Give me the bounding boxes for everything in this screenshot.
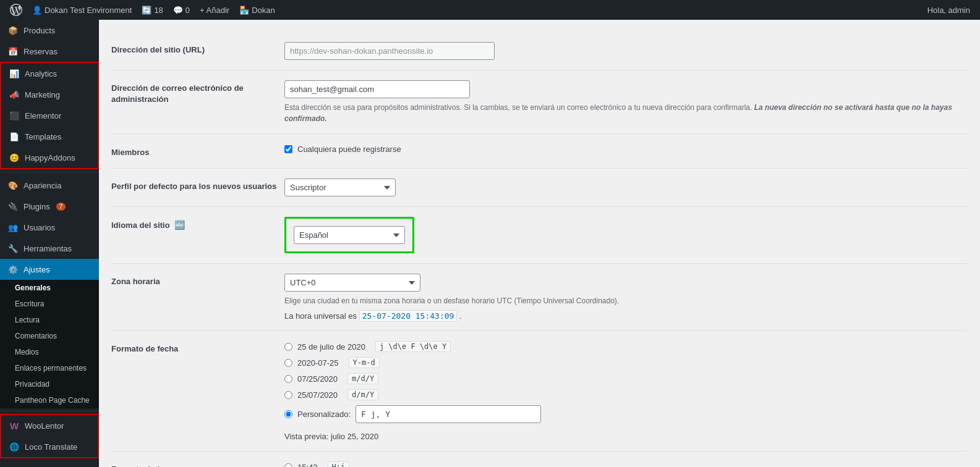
email-input[interactable] xyxy=(284,80,470,98)
updates-button[interactable]: 🔄 18 xyxy=(137,0,168,20)
hora-label: Formato de hora xyxy=(111,461,284,467)
perfil-select[interactable]: Suscriptor Colaborador Autor Editor Admi… xyxy=(284,179,396,196)
paint-icon: 🎨 xyxy=(7,180,19,191)
sidebar-item-elementor[interactable]: ⬛ Elementor xyxy=(1,105,98,126)
url-input[interactable] xyxy=(284,42,495,60)
sidebar-item-analytics[interactable]: 📊 Analytics xyxy=(1,63,98,84)
main-content: Dirección del sitio (URL) Dirección de c… xyxy=(99,20,980,467)
happy-icon: 😊 xyxy=(9,152,20,163)
submenu-comentarios[interactable]: Comentarios xyxy=(7,328,99,344)
hora-row: Formato de hora 15:43 H:i xyxy=(111,452,968,467)
url-label: Dirección del sitio (URL) xyxy=(111,42,284,56)
sidebar-item-ajustes[interactable]: ⚙️ Ajustes xyxy=(0,259,99,280)
sidebar-item-plugins[interactable]: 🔌 Plugins 7 xyxy=(0,196,99,217)
greeting[interactable]: Hola, admin xyxy=(922,0,975,20)
fecha-radio-group: 25 de julio de 2020 j \d\e F \d\e Y 2020… xyxy=(284,341,968,441)
zona-row: Zona horaria UTC+0 UTC+1 UTC+2 UTC-5 Eli… xyxy=(111,264,968,331)
sidebar-item-reservas[interactable]: 📅 Reservas xyxy=(0,41,99,62)
sidebar-item-apariencia[interactable]: 🎨 Apariencia xyxy=(0,175,99,196)
calendar-icon: 📅 xyxy=(7,46,19,57)
comments-icon: 💬 xyxy=(173,6,183,15)
dokan-icon: 🏪 xyxy=(239,6,249,15)
loco-icon: 🌐 xyxy=(9,441,20,452)
tools-icon: 🔧 xyxy=(7,243,19,254)
hora-code-1: H:i xyxy=(328,461,350,467)
plugin-icon: 🔌 xyxy=(7,201,19,212)
sidebar-item-woolentor[interactable]: W WooLentor xyxy=(1,415,98,436)
translation-icon: 🔤 xyxy=(174,220,185,230)
hora-radio-group: 15:43 H:i xyxy=(284,461,968,467)
user-icon: 👥 xyxy=(7,222,19,233)
wp-logo-button[interactable] xyxy=(5,0,27,20)
ajustes-submenu: Generales Escritura Lectura Comentarios … xyxy=(0,280,99,408)
sidebar-item-marketing[interactable]: 📣 Marketing xyxy=(1,84,98,105)
templates-icon: 📄 xyxy=(9,131,20,142)
email-row: Dirección de correo electrónico de admin… xyxy=(111,70,968,135)
submenu-lectura[interactable]: Lectura xyxy=(7,312,99,328)
sidebar-item-herramientas[interactable]: 🔧 Herramientas xyxy=(0,238,99,259)
email-control: Esta dirección se usa para propósitos ad… xyxy=(284,80,968,124)
zona-label: Zona horaria xyxy=(111,274,284,287)
submenu-generales[interactable]: Generales xyxy=(7,280,99,296)
updates-icon: 🔄 xyxy=(142,6,151,15)
email-label: Dirección de correo electrónico de admin… xyxy=(111,80,284,105)
url-control xyxy=(284,42,968,60)
submenu-escritura[interactable]: Escritura xyxy=(7,296,99,312)
idioma-select[interactable]: Español English Français Deutsch xyxy=(294,226,405,244)
sidebar: 📦 Products 📅 Reservas 📊 Analytics 📣 Mark… xyxy=(0,20,99,467)
fecha-code-4: d/m/Y xyxy=(347,389,378,400)
fecha-radio-3-input[interactable] xyxy=(284,375,292,383)
submenu-enlaces[interactable]: Enlaces permanentes xyxy=(7,360,99,376)
chart-icon: 📊 xyxy=(9,68,20,79)
perfil-control: Suscriptor Colaborador Autor Editor Admi… xyxy=(284,179,968,196)
zona-description: Elige una ciudad en tu misma zona horari… xyxy=(284,295,968,306)
fecha-radio-3: 07/25/2020 m/d/Y xyxy=(284,373,968,384)
fecha-radio-custom-input[interactable] xyxy=(284,410,292,418)
box-icon: 📦 xyxy=(7,25,19,36)
fecha-code-1: j \d\e F \d\e Y xyxy=(375,341,451,352)
sidebar-item-loco[interactable]: 🌐 Loco Translate xyxy=(1,436,98,457)
settings-form: Dirección del sitio (URL) Dirección de c… xyxy=(111,32,968,467)
fecha-radio-1-input[interactable] xyxy=(284,343,292,351)
perfil-label: Perfil por defecto para los nuevos usuar… xyxy=(111,179,284,192)
sidebar-item-templates[interactable]: 📄 Templates xyxy=(1,126,98,147)
zona-control: UTC+0 UTC+1 UTC+2 UTC-5 Elige una ciudad… xyxy=(284,274,968,321)
site-link-button[interactable]: 🏪 Dokan xyxy=(234,0,280,20)
idioma-row: Idioma del sitio 🔤 Español English Franç… xyxy=(111,207,968,264)
miembros-checkbox[interactable] xyxy=(284,145,292,153)
hora-radio-1: 15:43 H:i xyxy=(284,461,968,467)
zona-select[interactable]: UTC+0 UTC+1 UTC+2 UTC-5 xyxy=(284,274,420,292)
fecha-radio-2-input[interactable] xyxy=(284,359,292,367)
fecha-code-3: m/d/Y xyxy=(347,373,378,384)
add-new-button[interactable]: + Añadir xyxy=(195,0,234,20)
fecha-radio-1: 25 de julio de 2020 j \d\e F \d\e Y xyxy=(284,341,968,352)
sidebar-item-products[interactable]: 📦 Products xyxy=(0,20,99,41)
submenu-privacidad[interactable]: Privacidad xyxy=(7,376,99,392)
url-row: Dirección del sitio (URL) xyxy=(111,32,968,70)
fecha-radio-custom: Personalizado: xyxy=(284,405,968,423)
megaphone-icon: 📣 xyxy=(9,89,20,100)
submenu-medios[interactable]: Medios xyxy=(7,344,99,360)
idioma-label: Idioma del sitio 🔤 xyxy=(111,217,284,232)
sidebar-item-usuarios[interactable]: 👥 Usuarios xyxy=(0,217,99,238)
plugins-badge: 7 xyxy=(56,203,66,211)
universal-time-row: La hora universal es 25-07-2020 15:43:09… xyxy=(284,311,968,321)
admin-bar-right: Hola, admin xyxy=(922,0,975,20)
site-name-button[interactable]: 👤 Dokan Test Environment xyxy=(27,0,137,20)
elementor-icon: ⬛ xyxy=(9,110,20,121)
fecha-control: 25 de julio de 2020 j \d\e F \d\e Y 2020… xyxy=(284,341,968,441)
comments-button[interactable]: 💬 0 xyxy=(168,0,195,20)
miembros-label: Miembros xyxy=(111,145,284,158)
idioma-control: Español English Français Deutsch xyxy=(284,217,968,253)
fecha-custom-input[interactable] xyxy=(356,405,541,423)
admin-bar: 👤 Dokan Test Environment 🔄 18 💬 0 + Añad… xyxy=(0,0,980,20)
miembros-checkbox-label[interactable]: Cualquiera puede registrarse xyxy=(297,145,401,154)
miembros-control: Cualquiera puede registrarse xyxy=(284,145,968,154)
sidebar-item-happyaddons[interactable]: 😊 HappyAddons xyxy=(1,147,98,168)
fecha-radio-4: 25/07/2020 d/m/Y xyxy=(284,389,968,400)
miembros-checkbox-row: Cualquiera puede registrarse xyxy=(284,145,968,154)
fecha-radio-2: 2020-07-25 Y-m-d xyxy=(284,357,968,368)
fecha-radio-4-input[interactable] xyxy=(284,391,292,399)
submenu-pantheon[interactable]: Pantheon Page Cache xyxy=(7,392,99,408)
hora-radio-1-input[interactable] xyxy=(284,463,292,467)
